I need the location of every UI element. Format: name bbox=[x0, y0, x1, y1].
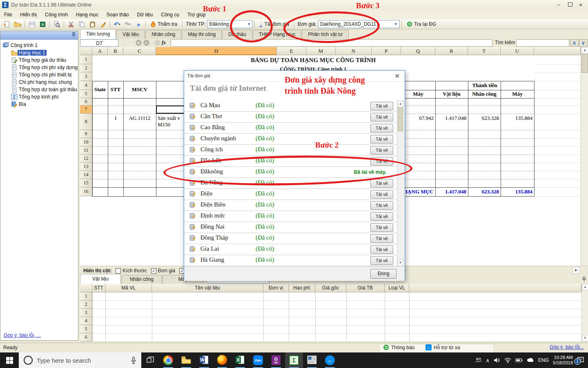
download-province-button[interactable]: Tải về bbox=[370, 201, 393, 210]
maximize-button[interactable] bbox=[564, 2, 576, 9]
column-header-M[interactable]: M bbox=[306, 47, 336, 55]
province-row-13[interactable]: Gia Lai(Đã có)Tải về bbox=[184, 244, 405, 255]
menu-item-2[interactable]: Công trình bbox=[41, 10, 72, 19]
column-header-R[interactable]: R bbox=[435, 47, 468, 55]
resource-header-5[interactable]: Giá gốc bbox=[315, 284, 346, 292]
province-row-4[interactable]: Công ích(Đã có)Tải về bbox=[184, 145, 405, 156]
province-row-2[interactable]: Cao Bằng(Đã có)Tải về bbox=[184, 123, 405, 134]
column-header-C[interactable]: C bbox=[123, 47, 156, 55]
insert-function-icon[interactable] bbox=[154, 40, 160, 46]
new-file-button[interactable] bbox=[2, 20, 12, 29]
menu-item-3[interactable]: Hạng mục bbox=[72, 10, 102, 19]
column-header-E[interactable]: E bbox=[277, 47, 306, 55]
dialog-scrollbar[interactable]: ▲ ▼ bbox=[397, 101, 404, 266]
undo-button[interactable]: ↶▾ bbox=[112, 20, 122, 29]
open-file-button[interactable]: ▾ bbox=[13, 20, 22, 29]
taskbar-app-chrome[interactable] bbox=[159, 352, 177, 368]
tai-don-gia-button[interactable]: ↓Tải đơn giá bbox=[257, 20, 292, 29]
cancel-formula-icon[interactable]: ✕ bbox=[136, 40, 142, 46]
tree-root-cong-trinh[interactable]: Công trình 1 bbox=[3, 42, 39, 49]
province-row-3[interactable]: Chuyên ngành(Đã có)Tải về bbox=[184, 134, 405, 145]
download-province-button[interactable]: Tải về bbox=[370, 146, 393, 155]
column-header-A[interactable]: A bbox=[92, 47, 108, 55]
cell-Q8-may[interactable]: 67.942 bbox=[401, 115, 434, 121]
resource-header-3[interactable]: Đơn vị bbox=[263, 284, 289, 292]
task-view-button[interactable] bbox=[141, 352, 159, 368]
download-province-button[interactable]: Tải về bbox=[370, 179, 393, 188]
column-header-Q[interactable]: Q bbox=[401, 47, 435, 55]
checkbox-1[interactable]: ✓ bbox=[151, 268, 156, 274]
cell-T8-nhan-cong[interactable]: 623.328 bbox=[468, 115, 499, 121]
province-row-5[interactable]: Đắc Lắk(Đã có)Tải về bbox=[184, 156, 405, 167]
download-province-button[interactable]: Tải về bbox=[370, 245, 393, 254]
row-header-2[interactable]: 2 bbox=[80, 64, 92, 72]
province-row-8[interactable]: Điện(Đã có)Tải về bbox=[184, 189, 405, 200]
cell-R8-vat-lieu[interactable]: 1.417.048 bbox=[435, 115, 466, 121]
menu-item-4[interactable]: Soạn thảo bbox=[102, 10, 133, 19]
run-button[interactable]: » bbox=[134, 20, 143, 29]
taskbar-app-firefox[interactable] bbox=[213, 352, 231, 368]
sheet-tab-1[interactable]: Vật liệu bbox=[116, 30, 145, 39]
row-header-10[interactable]: 10 bbox=[80, 138, 92, 146]
province-row-0[interactable]: Cà Mau(Đã có)Tải về bbox=[184, 101, 405, 112]
resource-row-header-6[interactable]: 6 bbox=[80, 333, 92, 341]
sheet-vscrollbar[interactable]: ▲ bbox=[581, 47, 588, 266]
pin-icon[interactable] bbox=[71, 32, 76, 38]
column-header-D[interactable]: D bbox=[156, 47, 277, 55]
province-row-11[interactable]: Đồng Nai(Đã có)Tải về bbox=[184, 222, 405, 233]
download-province-button[interactable]: Tải về bbox=[370, 212, 393, 221]
cell-C8-mscv[interactable]: AG.11112 bbox=[123, 115, 156, 121]
row-header-3[interactable]: 3 bbox=[80, 72, 92, 81]
province-row-1[interactable]: Cần Thơ(Đã có)Tải về bbox=[184, 112, 405, 123]
tree-item-2[interactable]: Tổng hợp chi phí xây dựng bbox=[11, 64, 79, 71]
tree-item-3[interactable]: Tổng hợp chi phí thiết bị bbox=[11, 71, 73, 79]
dialog-close-button[interactable]: Đóng bbox=[370, 269, 396, 279]
menu-item-6[interactable]: Công cụ bbox=[157, 10, 183, 19]
save-button[interactable] bbox=[27, 20, 37, 29]
download-province-button[interactable]: Tải về bbox=[370, 157, 393, 166]
people-icon[interactable] bbox=[475, 357, 482, 363]
menu-item-0[interactable]: File bbox=[0, 10, 16, 19]
dialog-close-icon[interactable]: ✕ bbox=[394, 72, 400, 80]
row-header-12[interactable]: 12 bbox=[80, 155, 92, 163]
status-thong-bao[interactable]: Thông báo bbox=[383, 344, 414, 350]
sheet-tab-6[interactable]: Phân tích vật tư bbox=[302, 30, 349, 39]
resource-header-1[interactable]: Mã VL bbox=[105, 284, 152, 292]
taskbar-search[interactable]: Type here to search bbox=[19, 352, 141, 368]
copy-button[interactable] bbox=[77, 20, 87, 29]
tham-tra-button[interactable]: Thẩm tra bbox=[148, 20, 180, 29]
fx-label[interactable]: fx bbox=[162, 40, 166, 46]
tree-item-0[interactable]: Hạng mục 1 bbox=[11, 49, 47, 56]
onedrive-icon[interactable] bbox=[527, 358, 534, 363]
format-brush-button[interactable] bbox=[98, 20, 108, 29]
volume-icon[interactable] bbox=[494, 357, 500, 363]
row-header-16[interactable]: 16 bbox=[80, 187, 92, 196]
download-province-button[interactable]: Tải về bbox=[370, 234, 393, 243]
formula-input[interactable] bbox=[171, 39, 492, 47]
province-row-12[interactable]: Đồng Tháp(Đã có)Tải về bbox=[184, 233, 405, 244]
status-ho-tro[interactable]: ↔ Hỗ trợ từ xa bbox=[425, 344, 460, 350]
tree-item-7[interactable]: Bìa bbox=[11, 101, 27, 108]
grid-corner[interactable] bbox=[80, 47, 92, 55]
taskbar-app-excel[interactable]: X bbox=[231, 352, 249, 368]
resource-row-header-1[interactable]: 1 bbox=[80, 292, 92, 301]
download-province-button[interactable]: Tải về bbox=[370, 190, 393, 199]
close-button[interactable]: × bbox=[575, 2, 586, 9]
battery-icon[interactable] bbox=[515, 358, 523, 363]
sidebar-feedback-link[interactable]: Góp ý, báo lỗi, ... bbox=[4, 332, 41, 338]
export-excel-button[interactable]: X bbox=[38, 20, 47, 29]
taskbar-app-zalo[interactable]: Zalo bbox=[249, 352, 267, 368]
row-header-5[interactable]: 5 bbox=[80, 90, 92, 98]
province-row-14[interactable]: Hà Giang(Đã có)Tải về bbox=[184, 255, 405, 266]
resource-row-header-2[interactable]: 2 bbox=[80, 301, 92, 309]
province-row-7[interactable]: Đà Nẵng(Đã có)Tải về bbox=[184, 178, 405, 189]
tree-item-6[interactable]: ΣTổng hợp kinh phí bbox=[11, 93, 60, 101]
cell-reference-box[interactable]: D7 bbox=[80, 39, 118, 47]
download-province-button[interactable]: Tải về bbox=[370, 113, 393, 121]
tray-expand-icon[interactable]: ∧ bbox=[486, 357, 490, 364]
tree-item-4[interactable]: Chi phí hạng mục chung bbox=[11, 79, 73, 86]
row-header-15[interactable]: 15 bbox=[80, 179, 92, 187]
column-header-B[interactable]: B bbox=[108, 47, 123, 55]
checkbox-0[interactable] bbox=[116, 268, 121, 274]
row-header-6[interactable]: 6 bbox=[80, 98, 92, 105]
